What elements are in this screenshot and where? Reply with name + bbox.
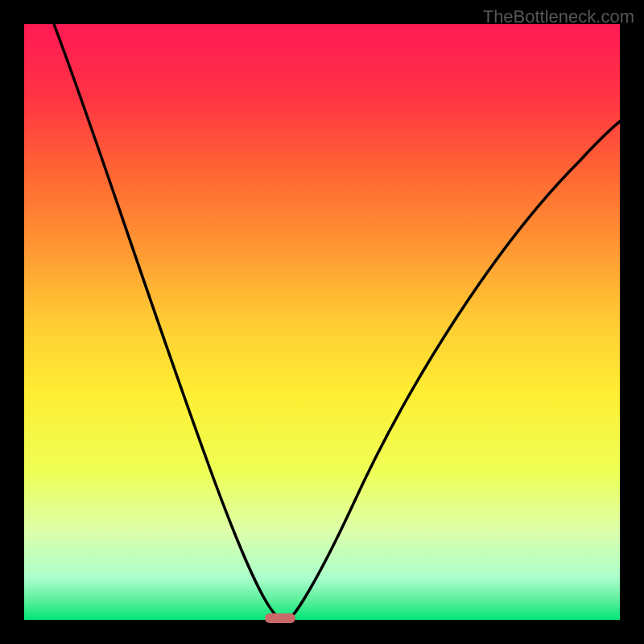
optimal-marker xyxy=(265,613,295,623)
watermark-text: TheBottleneck.com xyxy=(483,6,634,27)
bottleneck-chart xyxy=(0,0,644,644)
chart-container: TheBottleneck.com xyxy=(0,0,644,644)
plot-area xyxy=(24,24,620,620)
